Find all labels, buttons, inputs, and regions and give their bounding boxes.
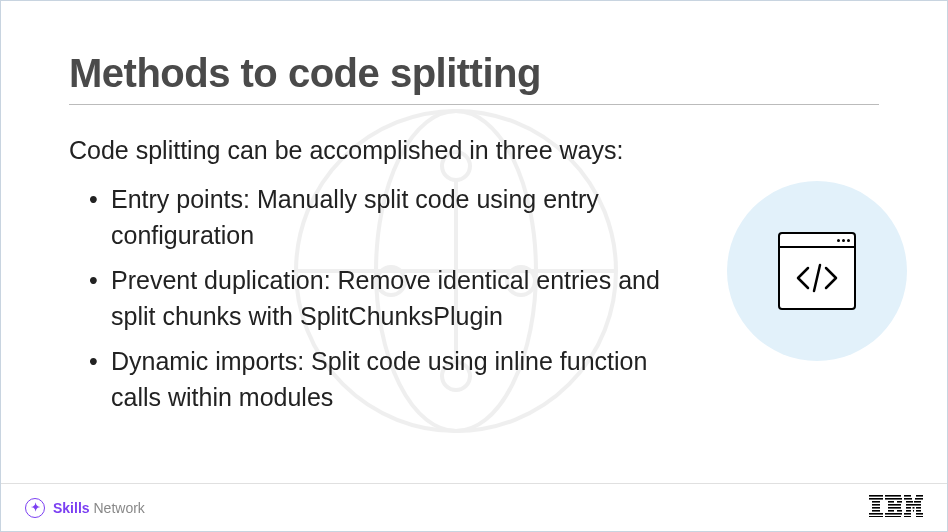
svg-rect-13 (872, 507, 880, 509)
badge-glyph: ✦ (31, 501, 40, 514)
footer-left: ✦ Skills Network (25, 498, 145, 518)
skills-network-label: Skills Network (53, 500, 145, 516)
svg-rect-38 (913, 510, 914, 512)
title-underline (69, 104, 879, 105)
window-header (780, 234, 854, 248)
svg-rect-32 (914, 501, 921, 503)
svg-rect-26 (885, 516, 901, 517)
svg-rect-41 (916, 513, 923, 515)
svg-rect-34 (906, 507, 911, 509)
window-dot (847, 239, 850, 242)
skills-light: Network (90, 500, 145, 516)
svg-rect-37 (906, 510, 911, 512)
intro-text: Code splitting can be accomplished in th… (69, 133, 649, 168)
list-item: Entry points: Manually split code using … (93, 182, 679, 253)
list-item: Dynamic imports: Split code using inline… (93, 344, 679, 415)
svg-rect-28 (916, 495, 923, 497)
skills-network-badge-icon: ✦ (25, 498, 45, 518)
svg-rect-20 (897, 501, 902, 503)
svg-rect-19 (888, 501, 894, 503)
code-illustration (727, 181, 907, 361)
circle-background (727, 181, 907, 361)
window-dot (842, 239, 845, 242)
svg-rect-31 (906, 501, 913, 503)
svg-rect-9 (869, 495, 883, 497)
svg-rect-33 (906, 504, 921, 506)
svg-rect-36 (916, 507, 921, 509)
window-dot (837, 239, 840, 242)
bullet-list: Entry points: Manually split code using … (69, 182, 679, 415)
svg-rect-43 (916, 516, 923, 517)
list-item: Prevent duplication: Remove identical en… (93, 263, 679, 334)
svg-rect-29 (904, 498, 912, 500)
svg-rect-21 (888, 504, 901, 506)
svg-rect-39 (916, 510, 921, 512)
svg-rect-15 (869, 513, 883, 515)
ibm-logo-icon (869, 495, 923, 521)
svg-rect-30 (915, 498, 923, 500)
svg-rect-12 (872, 504, 880, 506)
svg-rect-25 (885, 513, 902, 515)
svg-rect-16 (869, 516, 883, 517)
svg-rect-22 (888, 507, 901, 509)
svg-line-8 (814, 265, 820, 291)
svg-rect-40 (904, 513, 911, 515)
svg-rect-11 (872, 501, 880, 503)
slide-title: Methods to code splitting (69, 51, 879, 96)
footer: ✦ Skills Network (1, 483, 947, 531)
svg-rect-14 (872, 510, 880, 512)
code-window-icon (778, 232, 856, 310)
svg-rect-42 (904, 516, 911, 517)
svg-rect-17 (885, 495, 901, 497)
svg-rect-27 (904, 495, 911, 497)
code-brackets-icon (780, 248, 854, 308)
svg-rect-35 (913, 507, 915, 509)
svg-rect-23 (888, 510, 894, 512)
skills-bold: Skills (53, 500, 90, 516)
svg-rect-24 (897, 510, 902, 512)
svg-rect-10 (869, 498, 883, 500)
svg-rect-18 (885, 498, 902, 500)
